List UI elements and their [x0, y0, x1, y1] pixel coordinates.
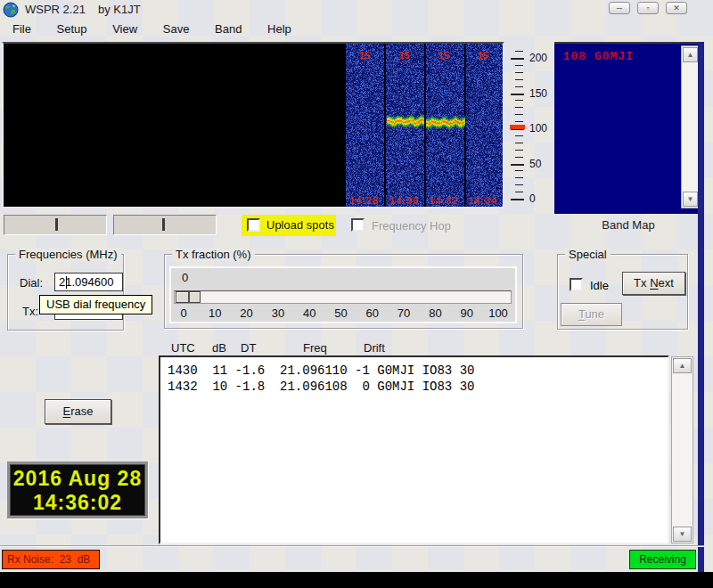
frequency-hop-checkbox: [351, 218, 365, 232]
menu-file[interactable]: File: [2, 20, 43, 38]
window-right-border: [698, 42, 704, 572]
spectrogram-canvas: [346, 44, 503, 207]
scale-tick: [515, 100, 523, 101]
text-cursor: [66, 276, 67, 289]
scale-tick: [515, 121, 523, 122]
menu-setup[interactable]: Setup: [46, 20, 99, 38]
waterfall-band-label: 15: [399, 50, 410, 61]
dial-frequency-value: 21.094600: [59, 275, 113, 289]
slider-scale-label: 10: [209, 306, 221, 320]
waterfall-scale: 050100150200: [506, 42, 556, 211]
scale-label: 100: [529, 122, 547, 135]
scale-tick: [511, 199, 524, 200]
scale-tick: [515, 135, 523, 136]
slider-scale-label: 40: [303, 306, 316, 320]
waterfall-time-label: 14:28: [349, 195, 379, 206]
decode-scrollbar[interactable]: ▲ ▼: [671, 356, 693, 543]
decode-row: 1430 11 -1.6 21.096110 -1 G0MJI IO83 30: [168, 363, 660, 379]
tx-fraction-slider-handle[interactable]: [176, 291, 201, 303]
maximize-button[interactable]: ▫: [637, 2, 659, 14]
rx-level-meter-1: [4, 215, 107, 235]
clock-time: 14:36:02: [10, 491, 145, 515]
scale-tick: [511, 164, 524, 166]
usb-dial-frequency-tooltip: USB dial frequency: [39, 295, 152, 314]
utc-clock: 2016 Aug 28 14:36:02: [7, 461, 148, 519]
waterfall-band-label: 15: [438, 50, 449, 61]
decode-row: 1432 10 -1.8 21.096108 0 G0MJI IO83 30: [168, 379, 660, 395]
upload-spots-checkbox[interactable]: [247, 218, 260, 232]
scroll-up-arrow-icon[interactable]: ▲: [673, 358, 692, 373]
menu-bar: File Setup View Save Band Help: [0, 20, 713, 40]
waterfall-display: 1515151514:2814:3014:3214:34: [2, 42, 504, 208]
close-button[interactable]: ✕: [666, 2, 687, 14]
tx-fraction-scale: 0102030405060708090100: [171, 306, 515, 321]
waterfall-time-label: 14:32: [429, 195, 458, 206]
scroll-down-arrow-icon[interactable]: ▼: [683, 192, 698, 207]
scale-label: 150: [529, 87, 547, 100]
tx-fraction-group: Tx fraction (%) 0 0102030405060708090100: [164, 254, 523, 329]
erase-button[interactable]: Erase: [45, 399, 111, 424]
tx-fraction-value: 0: [182, 271, 188, 284]
idle-checkbox[interactable]: [570, 278, 583, 291]
menu-save[interactable]: Save: [152, 20, 201, 38]
scale-label: 50: [529, 158, 541, 170]
upload-spots-label: Upload spots: [266, 218, 334, 232]
globe-icon: [3, 2, 19, 18]
band-map-scrollbar[interactable]: ▲ ▼: [681, 45, 700, 208]
frequencies-group: Frequencies (MHz) Dial: 21.094600 Tx: US…: [7, 254, 124, 331]
scale-tick: [515, 150, 523, 151]
scale-tick: [515, 177, 523, 178]
menu-help[interactable]: Help: [257, 20, 303, 38]
desktop-background: [0, 572, 713, 588]
idle-label: Idle: [590, 279, 609, 292]
tx-fraction-slider-track[interactable]: [174, 290, 512, 304]
scroll-down-arrow-icon[interactable]: ▼: [673, 527, 692, 542]
status-bar: Rx Noise: 23 dB Receiving: [0, 545, 704, 572]
scale-tick: [511, 58, 524, 60]
slider-scale-label: 80: [429, 306, 441, 320]
clock-date: 2016 Aug 28: [10, 467, 145, 491]
menu-band[interactable]: Band: [204, 20, 253, 38]
band-map-caption: Band Map: [554, 218, 702, 232]
scale-tick: [515, 170, 523, 171]
slider-scale-label: 20: [240, 306, 252, 320]
minimize-button[interactable]: ─: [609, 2, 630, 14]
rx-frequency-marker-icon: [510, 125, 525, 129]
scale-label: 0: [529, 192, 536, 205]
band-map-panel: 108 G0MJI ▲ ▼: [554, 42, 702, 214]
header-drift: Drift: [364, 341, 385, 355]
upload-spots-option: Upload spots: [242, 215, 336, 236]
header-utc: UTC: [171, 341, 195, 355]
decode-text-area[interactable]: 1430 11 -1.6 21.096110 -1 G0MJI IO83 301…: [159, 355, 669, 544]
window-title: WSPR 2.21: [25, 3, 86, 16]
special-group: Special Idle Tx Next Tune: [557, 254, 688, 330]
dial-frequency-input[interactable]: 21.094600: [54, 273, 123, 291]
tx-next-button[interactable]: Tx Next: [622, 272, 685, 295]
slider-scale-label: 30: [272, 306, 284, 320]
scale-tick: [515, 114, 523, 115]
title-bar[interactable]: WSPR 2.21 by K1JT ─ ▫ ✕: [0, 0, 713, 20]
slider-scale-label: 90: [460, 306, 472, 320]
tx-fraction-group-title: Tx fraction (%): [172, 248, 255, 261]
scale-tick: [515, 192, 523, 192]
band-map-entry: 108 G0MJI: [563, 50, 634, 63]
waterfall-band-label: 15: [359, 50, 370, 61]
waterfall-time-label: 14:34: [468, 195, 497, 206]
tune-button: Tune: [561, 303, 622, 326]
tx-label: Tx:: [22, 305, 38, 318]
window-title-byline: by K1JT: [98, 3, 141, 16]
dial-label: Dial:: [20, 276, 43, 290]
scale-tick: [515, 72, 523, 73]
menu-view[interactable]: View: [102, 20, 149, 38]
meter-marker: [55, 218, 58, 231]
slider-scale-label: 70: [397, 306, 410, 320]
slider-scale-label: 100: [488, 306, 508, 320]
scale-tick: [515, 51, 523, 52]
scale-tick: [515, 79, 523, 80]
header-freq: Freq: [303, 341, 327, 355]
scale-tick: [515, 107, 523, 108]
slider-scale-label: 50: [334, 306, 347, 320]
slider-scale-label: 60: [366, 306, 379, 320]
frequencies-group-title: Frequencies (MHz): [15, 248, 121, 261]
scroll-up-arrow-icon[interactable]: ▲: [683, 47, 698, 62]
